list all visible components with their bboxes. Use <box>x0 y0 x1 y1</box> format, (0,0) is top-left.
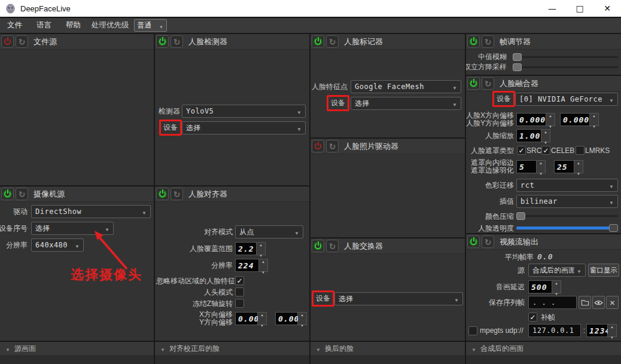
detector-dropdown[interactable]: YoloV5 <box>182 105 306 118</box>
priority-dropdown[interactable]: 普通 <box>134 19 168 32</box>
mask-src-checkbox[interactable] <box>517 146 526 155</box>
viewer-header[interactable]: 换后的脸 <box>310 342 465 355</box>
face-merger-reset-button[interactable] <box>482 77 494 90</box>
frame-adjuster-reset-button[interactable] <box>482 35 494 48</box>
face-swapper-reset-button[interactable] <box>326 240 339 252</box>
mpegts-checkbox[interactable] <box>468 326 477 335</box>
menu-language[interactable]: 语言 <box>29 20 59 30</box>
clear-button[interactable] <box>606 296 619 309</box>
window-display-button[interactable]: 窗口显示 <box>588 264 619 277</box>
folder-browse-button[interactable] <box>579 296 591 309</box>
menu-help[interactable]: 帮助 <box>59 20 88 30</box>
color-transfer-dropdown[interactable]: rct <box>516 179 618 192</box>
resolution-spinner[interactable]: 224 <box>235 259 268 272</box>
x-offset-spinner[interactable]: 0.00 <box>235 312 267 325</box>
face-swapper-power-button[interactable] <box>312 240 324 252</box>
freeze-z-checkbox[interactable] <box>235 299 244 308</box>
spinner-arrows[interactable] <box>258 312 267 325</box>
opacity-slider[interactable] <box>516 224 618 232</box>
source-dropdown[interactable]: 合成后的画面 <box>528 264 586 277</box>
camera-source-reset-button[interactable] <box>16 188 28 200</box>
spinner-value[interactable]: 0.00 <box>235 312 258 325</box>
head-mode-checkbox[interactable] <box>235 287 244 296</box>
spinner-value[interactable]: 224 <box>235 259 259 272</box>
slider-handle[interactable] <box>513 53 522 61</box>
face-detector-reset-button[interactable] <box>171 35 183 48</box>
dropdown-value: 选择 <box>186 123 201 133</box>
spinner-arrows[interactable] <box>537 160 546 173</box>
align-mode-dropdown[interactable]: 从点 <box>235 225 303 238</box>
face-merger-power-button[interactable] <box>467 77 480 90</box>
maximize-button[interactable]: □ <box>566 0 593 17</box>
spinner-arrows[interactable] <box>259 259 268 272</box>
exclude-moving-checkbox[interactable] <box>235 276 244 285</box>
face-x-offset-spinner[interactable]: 0.000 <box>516 113 555 126</box>
fill-frames-checkbox[interactable] <box>528 313 537 322</box>
slider-handle[interactable] <box>609 224 618 232</box>
spinner-value[interactable]: 1234 <box>586 324 608 337</box>
coverage-spinner[interactable]: 2.2 <box>235 242 266 255</box>
color-compression-slider[interactable] <box>516 212 618 220</box>
face-aligner-power-button[interactable] <box>156 188 169 200</box>
spinner-arrows[interactable] <box>546 113 555 126</box>
face-marker-power-button[interactable] <box>312 35 324 48</box>
spinner-arrows[interactable] <box>257 242 266 255</box>
face-animator-reset-button[interactable] <box>326 140 339 152</box>
file-source-power-button[interactable] <box>1 35 14 48</box>
spinner-arrows[interactable] <box>541 129 550 142</box>
face-y-offset-spinner[interactable]: 0.000 <box>560 113 599 126</box>
mask-erode-spinner[interactable]: 5 <box>516 160 546 173</box>
delay-spinner[interactable]: 500 <box>528 280 561 293</box>
downsample-slider[interactable] <box>513 63 618 71</box>
camera-source-power-button[interactable] <box>1 188 14 200</box>
face-animator-power-button[interactable] <box>312 140 324 152</box>
resolution-dropdown[interactable]: 640x480 <box>31 238 84 252</box>
mask-blur-spinner[interactable]: 25 <box>554 160 583 173</box>
stream-output-reset-button[interactable] <box>482 235 494 248</box>
mask-celeb-checkbox[interactable] <box>541 146 550 155</box>
save-sequence-field[interactable]: . . . <box>528 296 577 309</box>
interpolation-dropdown[interactable]: bilinear <box>516 195 618 208</box>
face-marker-reset-button[interactable] <box>326 35 339 48</box>
spinner-arrows[interactable] <box>574 160 583 173</box>
landmarks-dropdown[interactable]: Google FaceMesh <box>351 80 461 93</box>
collapse-triangle-icon <box>316 343 321 354</box>
driver-dropdown[interactable]: DirectShow <box>31 205 151 218</box>
viewer-header[interactable]: 对齐校正后的脸 <box>155 342 309 355</box>
spinner-value[interactable]: 1.00 <box>516 129 541 142</box>
spinner-value[interactable]: 0.00 <box>275 312 298 325</box>
spinner-value[interactable]: 500 <box>528 280 552 293</box>
face-detector-power-button[interactable] <box>156 35 169 48</box>
slider-handle[interactable] <box>513 63 522 71</box>
y-offset-spinner[interactable]: 0.00 <box>275 312 307 325</box>
slider-handle[interactable] <box>516 212 525 220</box>
face-aligner-reset-button[interactable] <box>171 188 183 200</box>
frame-adjuster-power-button[interactable] <box>467 35 480 48</box>
spinner-arrows[interactable] <box>298 312 307 325</box>
stream-output-power-button[interactable] <box>467 235 480 248</box>
viewer-header[interactable]: 源画面 <box>0 342 154 355</box>
spinner-arrows[interactable] <box>608 324 617 337</box>
spinner-arrows[interactable] <box>552 280 561 293</box>
menu-file[interactable]: 文件 <box>0 20 29 30</box>
udp-host-field[interactable]: 127.0.0.1 <box>528 324 581 337</box>
minimize-button[interactable]: — <box>538 0 566 17</box>
median-blur-slider[interactable] <box>513 53 618 61</box>
viewer-header[interactable]: 合成后的画面 <box>466 342 621 355</box>
udp-port-spinner[interactable]: 1234 <box>586 324 617 337</box>
device-dropdown[interactable]: 选择 <box>182 121 306 134</box>
device-dropdown[interactable]: 选择 <box>351 97 461 110</box>
mask-lmrks-checkbox[interactable] <box>576 146 585 155</box>
spinner-value[interactable]: 0.000 <box>516 113 546 126</box>
spinner-value[interactable]: 25 <box>554 160 574 173</box>
spinner-value[interactable]: 5 <box>516 160 537 173</box>
preview-button[interactable] <box>592 296 605 309</box>
device-dropdown[interactable]: 选择 <box>334 292 463 305</box>
close-button[interactable]: ✕ <box>593 0 621 17</box>
device-dropdown[interactable]: [0] NVIDIA GeForce GT <box>515 93 618 106</box>
face-scale-spinner[interactable]: 1.00 <box>516 129 550 142</box>
spinner-value[interactable]: 2.2 <box>235 242 257 255</box>
file-source-reset-button[interactable] <box>16 35 28 48</box>
spinner-arrows[interactable] <box>590 113 599 126</box>
spinner-value[interactable]: 0.000 <box>560 113 590 126</box>
